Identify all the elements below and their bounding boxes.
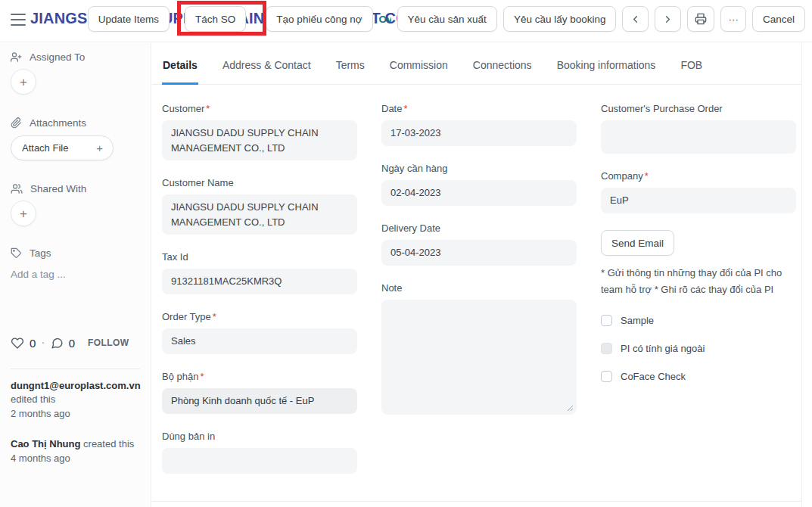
more-menu-button[interactable]: ··· (720, 6, 746, 32)
order-type-field: Order Type* Sales (162, 311, 357, 354)
tab-connections[interactable]: Connections (472, 59, 533, 85)
customers-purchase-order-input[interactable] (601, 120, 796, 154)
resize-handle-icon[interactable] (567, 405, 574, 412)
date-input[interactable]: 17-03-2023 (381, 120, 577, 146)
activity-entry: Cao Thị Nhung created this 4 months ago (11, 437, 138, 465)
customer-name-input[interactable]: JIANGSU DADU SUPPLY CHAIN MANAGEMENT CO.… (162, 194, 357, 235)
bo-phan-field: Bộ phận* Phòng Kinh doanh quốc tế - EuP (162, 371, 357, 414)
users-icon (11, 183, 23, 194)
form-column-1: Customer* JIANGSU DADU SUPPLY CHAIN MANA… (162, 103, 357, 490)
yeu-cau-lay-booking-button[interactable]: Yêu cầu lấy booking (503, 6, 617, 32)
date-field: Date* 17-03-2023 (381, 103, 577, 146)
details-form: Customer* JIANGSU DADU SUPPLY CHAIN MANA… (152, 85, 801, 490)
activity-time: 4 months ago (11, 453, 70, 464)
customer-field: Customer* JIANGSU DADU SUPPLY CHAIN MANA… (162, 103, 357, 160)
assigned-to-section: Assigned To (11, 51, 140, 63)
shared-with-section: Shared With (11, 183, 140, 194)
plus-icon: + (96, 142, 103, 154)
user-plus-icon (11, 51, 22, 63)
menu-icon[interactable] (11, 14, 26, 26)
activity-user: dungnt1@europlast.com.vn (11, 380, 141, 391)
comments-count: 0 (69, 337, 75, 350)
attachments-section: Attachments (11, 117, 140, 129)
company-field: Company* EuP (601, 170, 796, 213)
tax-id-input[interactable]: 91321181MAC25KMR3Q (162, 269, 357, 294)
add-tag-input[interactable]: Add a tag ... (11, 269, 140, 280)
likes-count: 0 (30, 337, 36, 350)
form-tabs: Details Address & Contact Terms Commissi… (152, 43, 801, 85)
currency-section-heading: Currency and Price List (152, 502, 801, 507)
customers-purchase-order-field: Customer's Purchase Order (601, 103, 796, 154)
chevron-right-icon (662, 14, 674, 25)
delivery-date-input[interactable]: 05-04-2023 (381, 240, 577, 266)
tach-so-wrapper: Tách SO (185, 6, 246, 32)
send-email-button[interactable]: Send Email (601, 230, 674, 256)
status-badge-fragment: Ov (379, 14, 391, 25)
checkbox-disabled-icon (601, 343, 612, 354)
activity-user: Cao Thị Nhung (11, 438, 80, 449)
dot-separator: · (41, 336, 45, 350)
required-asterisk: * (403, 103, 407, 114)
follow-button[interactable]: FOLLOW (88, 337, 129, 348)
form-body: Details Address & Contact Terms Commissi… (152, 43, 802, 507)
coface-check-checkbox-row[interactable]: CoFace Check (601, 371, 796, 382)
note-textarea[interactable] (381, 300, 577, 415)
company-input[interactable]: EuP (601, 188, 796, 213)
toolbar: Update Items Tách SO Tạo phiếu công nợ O… (88, 6, 805, 32)
activity-entry: dungnt1@europlast.com.vn edited this 2 m… (11, 379, 138, 421)
sidebar-divider (11, 369, 140, 369)
tab-commission[interactable]: Commission (389, 59, 449, 85)
add-assignment-button[interactable]: + (11, 69, 36, 95)
comment-icon[interactable] (51, 337, 64, 350)
tax-id-field: Tax Id 91321181MAC25KMR3Q (162, 251, 357, 294)
heart-icon[interactable] (11, 337, 24, 350)
next-document-button[interactable] (655, 6, 681, 32)
reactions-row: 0 · 0 FOLLOW (11, 336, 140, 350)
add-share-button[interactable]: + (11, 201, 36, 226)
required-asterisk: * (206, 103, 210, 114)
tab-terms[interactable]: Terms (335, 59, 366, 85)
customer-input[interactable]: JIANGSU DADU SUPPLY CHAIN MANAGEMENT CO.… (162, 120, 357, 160)
ngay-can-hang-input[interactable]: 02-04-2023 (381, 180, 577, 206)
update-items-button[interactable]: Update Items (88, 6, 170, 32)
form-column-3: Customer's Purchase Order Company* EuP S… (601, 103, 796, 490)
required-asterisk: * (200, 371, 204, 382)
email-helper-text: * Gửi thông tin những thay đổi của PI ch… (601, 265, 799, 298)
tao-phieu-cong-no-button[interactable]: Tạo phiếu công nợ (266, 6, 372, 32)
checkbox-unchecked-icon[interactable] (601, 371, 612, 382)
tag-icon (11, 247, 22, 259)
top-navbar: JIANGSU DADU SUPPLY CHAIN MANAGEMENT CO.… (0, 0, 812, 42)
order-type-select[interactable]: Sales (162, 328, 357, 354)
previous-document-button[interactable] (622, 6, 649, 32)
tab-booking-informations[interactable]: Booking informations (556, 59, 657, 85)
tach-so-button[interactable]: Tách SO (185, 6, 246, 32)
activity-action: created this (83, 438, 134, 449)
chevron-left-icon (630, 14, 641, 25)
customer-name-field: Customer Name JIANGSU DADU SUPPLY CHAIN … (162, 177, 357, 235)
printer-icon (695, 13, 707, 25)
tab-fob[interactable]: FOB (680, 59, 703, 85)
note-field: Note (381, 282, 577, 415)
checkbox-unchecked-icon[interactable] (601, 315, 612, 326)
activity-action: edited this (11, 393, 55, 405)
required-asterisk: * (645, 170, 649, 182)
bo-phan-input[interactable]: Phòng Kinh doanh quốc tế - EuP (162, 388, 357, 414)
dung-ban-in-field: Dùng bản in (162, 431, 357, 474)
tags-section: Tags (11, 247, 140, 259)
required-asterisk: * (213, 311, 216, 322)
yeu-cau-san-xuat-button[interactable]: Yêu cầu sản xuất (397, 6, 497, 32)
form-sidebar: Assigned To + Attachments Attach File + … (0, 43, 151, 507)
form-column-2: Date* 17-03-2023 Ngày cần hàng 02-04-202… (381, 103, 577, 490)
delivery-date-field: Delivery Date 05-04-2023 (381, 222, 577, 266)
dung-ban-in-input[interactable] (162, 448, 357, 474)
activity-time: 2 months ago (11, 408, 70, 419)
cancel-button[interactable]: Cancel (752, 6, 805, 32)
sample-checkbox-row[interactable]: Sample (601, 315, 796, 326)
pi-gia-ngoai-checkbox-row[interactable]: PI có tính giá ngoài (601, 343, 796, 354)
tab-address-contact[interactable]: Address & Contact (222, 59, 312, 85)
attach-file-button[interactable]: Attach File + (11, 135, 114, 160)
print-button[interactable] (687, 6, 714, 32)
paperclip-icon (11, 117, 22, 129)
tab-details[interactable]: Details (162, 59, 198, 85)
ngay-can-hang-field: Ngày cần hàng 02-04-2023 (381, 163, 577, 206)
